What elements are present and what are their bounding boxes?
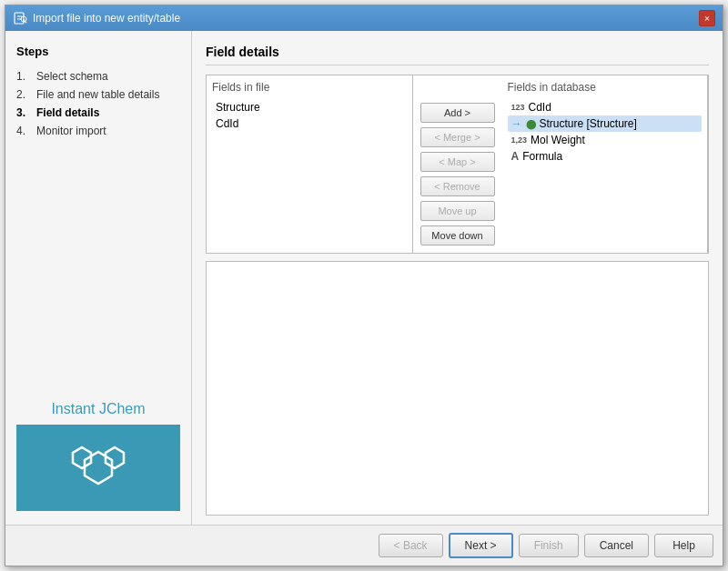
content-area: Steps 1. Select schema 2. File and new t…	[5, 31, 723, 525]
add-button[interactable]: Add >	[420, 103, 495, 123]
db-field-molweight[interactable]: 1,23 Mol Weight	[508, 132, 703, 148]
db-field-structure[interactable]: → ⬤ Structure [Structure]	[508, 115, 703, 132]
help-button[interactable]: Help	[654, 534, 713, 557]
buttons-col: Add > < Merge > < Map > < Remove Move up…	[413, 75, 502, 253]
step-1-label: Select schema	[36, 70, 108, 83]
sidebar: Steps 1. Select schema 2. File and new t…	[5, 31, 192, 525]
svg-rect-0	[15, 13, 24, 24]
dialog-title: Import file into new entity/table	[33, 12, 180, 25]
structure-arrow-icon: →	[511, 117, 522, 130]
brand-name: Instant JChem	[51, 401, 145, 417]
bottom-section	[206, 261, 709, 516]
main-panel: Field details Fields in file Structure C…	[192, 31, 723, 525]
file-field-structure[interactable]: Structure	[212, 99, 407, 115]
step-3: 3. Field details	[16, 104, 180, 122]
brand-logo-icon	[71, 443, 126, 493]
dialog: Import file into new entity/table × Step…	[5, 5, 723, 566]
db-molweight-label: Mol Weight	[531, 134, 585, 146]
finish-button[interactable]: Finish	[519, 534, 579, 557]
import-icon	[13, 11, 27, 25]
db-structure-label: Structure [Structure]	[540, 117, 637, 130]
fields-in-file: Fields in file Structure CdId	[207, 75, 413, 253]
next-button[interactable]: Next >	[449, 533, 513, 558]
step-3-label: Field details	[36, 106, 99, 119]
db-field-formula[interactable]: A Formula	[508, 148, 703, 165]
close-button[interactable]: ×	[699, 10, 715, 26]
sidebar-bottom: Instant JChem	[16, 401, 180, 511]
back-button[interactable]: < Back	[379, 534, 443, 557]
title-bar-left: Import file into new entity/table	[13, 11, 180, 25]
fields-in-db: Fields in database 123 CdId → ⬤ Structur…	[502, 75, 709, 253]
title-bar: Import file into new entity/table ×	[5, 5, 723, 31]
step-1-num: 1.	[16, 70, 33, 83]
step-4-num: 4.	[16, 125, 33, 137]
db-formula-label: Formula	[522, 150, 562, 163]
panel-title: Field details	[206, 45, 709, 65]
fields-in-db-list: 123 CdId → ⬤ Structure [Structure] 1,23 …	[508, 99, 703, 245]
merge-button[interactable]: < Merge >	[420, 127, 495, 147]
step-3-num: 3.	[16, 106, 33, 119]
db-cdid-label: CdId	[529, 101, 551, 114]
cdid-type-icon: 123	[511, 103, 525, 112]
brand-logo	[16, 425, 180, 511]
molweight-type-icon: 1,23	[511, 135, 528, 145]
fields-in-db-header: Fields in database	[508, 81, 703, 94]
step-2-num: 2.	[16, 88, 33, 101]
move-up-button[interactable]: Move up	[420, 201, 495, 221]
footer: < Back Next > Finish Cancel Help	[5, 525, 723, 566]
remove-button[interactable]: < Remove	[420, 176, 495, 196]
step-2-label: File and new table details	[36, 88, 159, 101]
top-section: Fields in file Structure CdId Add > < Me…	[206, 75, 709, 254]
step-4: 4. Monitor import	[16, 122, 180, 140]
cancel-button[interactable]: Cancel	[584, 534, 649, 557]
sidebar-title: Steps	[16, 45, 180, 58]
steps-list: 1. Select schema 2. File and new table d…	[16, 67, 180, 140]
db-field-cdid[interactable]: 123 CdId	[508, 99, 703, 115]
fields-in-file-list: Structure CdId	[212, 99, 407, 245]
step-1: 1. Select schema	[16, 67, 180, 85]
formula-type-icon: A	[511, 150, 520, 163]
structure-type-icon: ⬤	[526, 119, 536, 129]
fields-in-file-header: Fields in file	[212, 81, 407, 94]
file-field-cdid[interactable]: CdId	[212, 115, 407, 132]
move-down-button[interactable]: Move down	[420, 225, 495, 245]
step-4-label: Monitor import	[36, 125, 106, 137]
field-area: Fields in file Structure CdId Add > < Me…	[206, 75, 709, 516]
svg-marker-5	[85, 452, 112, 484]
step-2: 2. File and new table details	[16, 85, 180, 104]
map-button[interactable]: < Map >	[420, 152, 495, 172]
